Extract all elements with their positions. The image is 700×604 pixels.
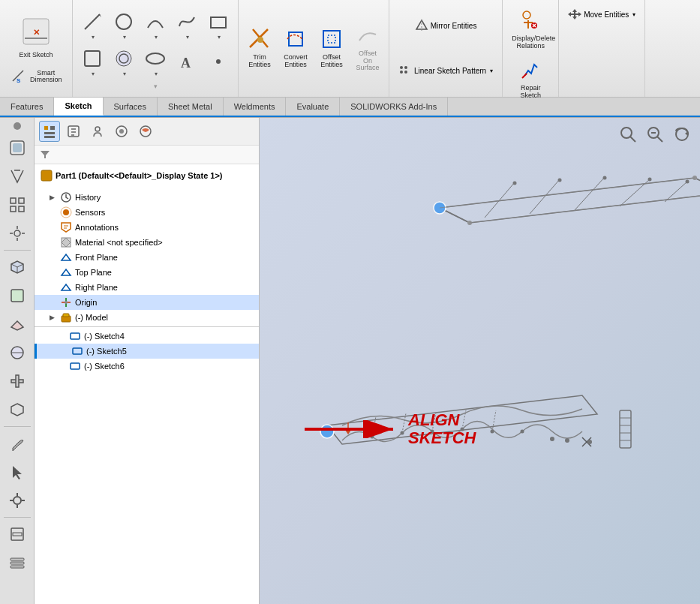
tree-item-top-plane[interactable]: Top Plane xyxy=(35,265,259,280)
tab-weldments[interactable]: Weldments xyxy=(224,98,287,116)
feat-btn-featuremanager[interactable] xyxy=(63,121,84,142)
sidebar-icon-cube4[interactable] xyxy=(4,339,31,366)
sidebar-icon-cube5[interactable] xyxy=(4,368,31,395)
svg-line-99 xyxy=(492,410,496,431)
annotation-arrow xyxy=(305,420,402,438)
rect-button[interactable]: ▾ xyxy=(203,8,233,43)
tree-item-origin[interactable]: Origin xyxy=(35,295,259,310)
svg-text:A: A xyxy=(181,56,191,71)
annotation-align-sketch: ALIGN SKETCH xyxy=(305,411,476,447)
tree-item-sketch4[interactable]: (-) Sketch4 xyxy=(35,329,259,344)
line-button[interactable]: ▾ xyxy=(77,8,107,43)
sidebar-icon-cube1[interactable] xyxy=(4,254,31,281)
ellipse-button[interactable]: ▾ xyxy=(140,44,170,80)
linear-pattern-label: Linear Sketch Pattern xyxy=(414,67,486,75)
zoom-icon[interactable] xyxy=(644,124,665,145)
tree-item-sketch6[interactable]: (-) Sketch6 xyxy=(35,359,259,374)
tree-item-material[interactable]: Material <not specified> xyxy=(35,235,259,250)
tree-item-model[interactable]: ▶ (-) Model xyxy=(35,310,259,325)
line-tools-group: ▾ ▾ ▾ xyxy=(73,0,239,97)
tree-item-sensors[interactable]: Sensors xyxy=(35,205,259,220)
point-button[interactable] xyxy=(203,47,233,76)
tree-item-annotations[interactable]: Annotations xyxy=(35,220,259,235)
sidebar-icon-select[interactable] xyxy=(4,458,31,485)
tab-surfaces[interactable]: Surfaces xyxy=(104,98,158,116)
rect2-button[interactable]: ▾ xyxy=(77,44,107,80)
svg-rect-33 xyxy=(11,198,16,203)
svg-point-56 xyxy=(119,129,124,134)
history-icon xyxy=(60,191,72,203)
move-entities-button[interactable]: Move Entities ▾ xyxy=(565,6,638,23)
sidebar-icon-wrench[interactable] xyxy=(4,430,31,457)
tree-item-right-plane[interactable]: Right Plane xyxy=(35,280,259,295)
smart-dimension-button[interactable]: S SmartDimension xyxy=(6,65,66,87)
canvas-area[interactable]: ALIGN SKETCH xyxy=(260,118,700,604)
feat-btn-configmanager[interactable] xyxy=(111,121,132,142)
filter-bar xyxy=(35,146,259,164)
svg-point-47 xyxy=(14,497,21,504)
svg-point-21 xyxy=(404,66,407,69)
tab-features[interactable]: Features xyxy=(0,98,54,116)
text-icon: A xyxy=(175,50,199,74)
repair-sketch-button[interactable]: RepairSketch xyxy=(514,54,547,102)
move-group: Move Entities ▾ xyxy=(559,0,645,97)
repair-sketch-icon xyxy=(517,56,544,83)
svg-point-111 xyxy=(565,438,569,443)
front-plane-icon xyxy=(60,251,72,263)
svg-rect-51 xyxy=(11,562,24,564)
smart-dim-label: SmartDimension xyxy=(30,70,62,85)
tab-evaluate[interactable]: Evaluate xyxy=(286,98,340,116)
sidebar-icon-cube3[interactable] xyxy=(4,311,31,338)
svg-rect-42 xyxy=(11,290,23,302)
tree-item-front-plane[interactable]: Front Plane xyxy=(35,250,259,265)
sidebar-icon-cube2[interactable] xyxy=(4,282,31,309)
linear-pattern-button[interactable]: Linear Sketch Pattern ▾ xyxy=(395,63,496,80)
rotate-icon[interactable] xyxy=(671,124,692,145)
convert-button[interactable]: ConvertEntities xyxy=(279,23,312,71)
left-separator-3 xyxy=(4,517,31,518)
mirror-button[interactable]: Mirror Entities xyxy=(412,17,480,34)
svg-rect-16 xyxy=(289,32,302,46)
svg-rect-36 xyxy=(19,206,24,212)
offset-button[interactable]: OffsetEntities xyxy=(315,23,348,71)
sidebar-icon-solidbody[interactable] xyxy=(4,134,31,161)
arc-button[interactable]: ▾ xyxy=(140,8,170,43)
svg-point-12 xyxy=(146,53,164,64)
svg-point-94 xyxy=(686,180,689,184)
svg-line-82 xyxy=(575,177,605,210)
svg-point-24 xyxy=(523,11,530,19)
sidebar-icon-cube6[interactable] xyxy=(4,396,31,423)
svg-line-74 xyxy=(630,137,635,142)
feat-btn-appearance[interactable] xyxy=(135,121,156,142)
search-icon[interactable] xyxy=(617,124,638,145)
sidebar-icon-grid[interactable] xyxy=(4,191,31,218)
tree-item-sketch5[interactable]: (-) Sketch5 xyxy=(35,344,259,359)
tab-solidworks-addins[interactable]: SOLIDWORKS Add-Ins xyxy=(340,98,448,116)
exit-sketch-button[interactable]: ✕ Exit Sketch xyxy=(14,10,57,62)
tab-sketch[interactable]: Sketch xyxy=(54,98,103,116)
sidebar-icon-layerstack1[interactable] xyxy=(4,521,31,548)
annotation-text: ALIGN SKETCH xyxy=(408,411,476,447)
model-label: (-) Model xyxy=(75,313,108,322)
feat-btn-propertymanager[interactable] xyxy=(87,121,108,142)
spline-button[interactable]: ▾ xyxy=(172,8,202,43)
tree-item-history[interactable]: ▶ History xyxy=(35,190,259,205)
sidebar-icon-settings[interactable] xyxy=(4,487,31,514)
sidebar-icon-config[interactable] xyxy=(4,220,31,247)
annotations-icon xyxy=(60,221,72,233)
circle2-button[interactable]: ▾ xyxy=(109,44,139,80)
top-plane-icon xyxy=(60,266,72,278)
trim-button[interactable]: TrimEntities xyxy=(243,23,276,71)
svg-marker-30 xyxy=(568,9,581,20)
sidebar-icon-layerstack2[interactable] xyxy=(4,549,31,576)
feat-btn-parttree[interactable] xyxy=(39,121,60,142)
ribbon: ✕ Exit Sketch S SmartDimension xyxy=(0,0,700,118)
mirror-icon xyxy=(415,19,428,32)
sidebar-icon-view[interactable] xyxy=(4,163,31,190)
circle-button[interactable]: ▾ xyxy=(109,8,139,43)
text-button[interactable]: A xyxy=(172,47,202,76)
move-icon xyxy=(568,8,581,21)
tab-sheet-metal[interactable]: Sheet Metal xyxy=(158,98,224,116)
display-delete-button[interactable]: Display/DeleteRelations xyxy=(509,5,552,53)
offset-surface-button[interactable]: OffsetOnSurface xyxy=(351,20,384,75)
